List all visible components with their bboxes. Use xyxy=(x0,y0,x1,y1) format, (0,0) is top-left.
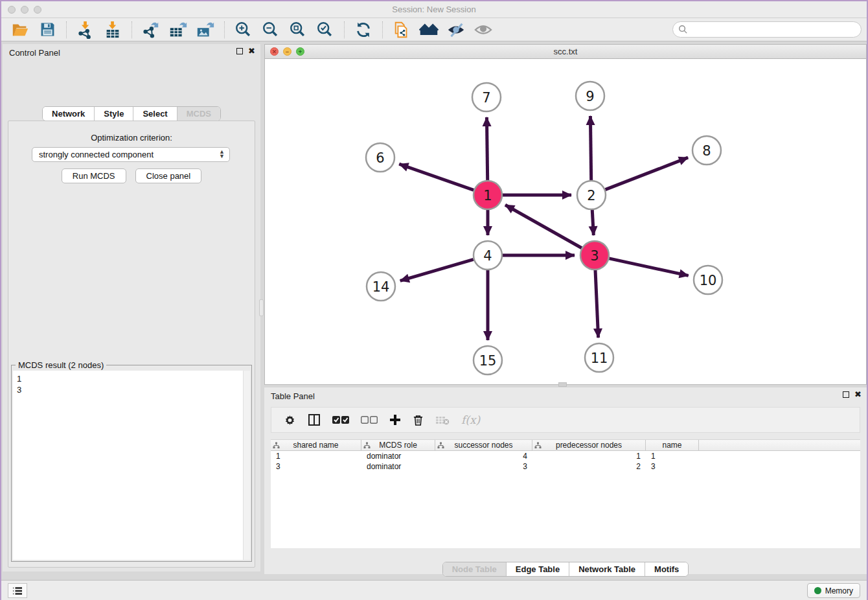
main-toolbar xyxy=(1,18,867,41)
edge-1-6[interactable] xyxy=(399,164,474,190)
export-image-icon[interactable] xyxy=(196,20,215,40)
node-table: shared nameMCDS rolesuccessor nodesprede… xyxy=(271,439,860,548)
open-session-icon[interactable] xyxy=(10,20,30,40)
close-panel-button[interactable]: Close panel xyxy=(135,168,202,183)
network-resize-handle[interactable] xyxy=(558,382,567,387)
tab-network-table[interactable]: Network Table xyxy=(569,562,645,576)
export-table-icon[interactable] xyxy=(168,20,188,40)
control-panel-header: Control Panel ✖ xyxy=(3,44,260,61)
float-panel-icon[interactable] xyxy=(236,48,243,54)
edge-3-1[interactable] xyxy=(505,205,582,248)
column-header-label: successor nodes xyxy=(454,441,512,450)
table-cell[interactable]: dominator xyxy=(361,451,435,461)
tab-style[interactable]: Style xyxy=(94,107,133,121)
column-header-label: MCDS role xyxy=(379,441,417,450)
edge-3-11[interactable] xyxy=(595,270,599,338)
search-input[interactable] xyxy=(672,21,862,38)
table-row[interactable]: 1dominator411 xyxy=(271,451,860,461)
column-header-mcds-role[interactable]: MCDS role xyxy=(361,440,435,450)
edge-2-8[interactable] xyxy=(605,157,688,189)
add-row-icon[interactable] xyxy=(389,414,401,426)
column-header-name[interactable]: name xyxy=(646,440,699,450)
hide-graphics-details-icon[interactable] xyxy=(446,20,466,40)
task-history-button[interactable] xyxy=(8,583,27,598)
table-cell[interactable]: 3 xyxy=(271,461,361,472)
save-session-icon[interactable] xyxy=(38,20,57,40)
mcds-result-title: MCDS result (2 nodes) xyxy=(16,360,106,370)
mcds-result-scrollbar[interactable] xyxy=(243,371,250,560)
table-cell[interactable]: 3 xyxy=(646,461,699,472)
table-cell[interactable]: 1 xyxy=(532,451,646,461)
close-table-panel-icon[interactable]: ✖ xyxy=(854,391,862,398)
mcds-panel: Optimization criterion: strongly connect… xyxy=(8,121,255,568)
table-settings-icon[interactable] xyxy=(284,414,296,426)
edge-1-7[interactable] xyxy=(486,117,487,180)
delete-row-icon[interactable] xyxy=(413,414,424,426)
import-network-icon[interactable] xyxy=(76,20,95,40)
memory-status-dot xyxy=(814,587,821,594)
dropdown-value: strongly connected component xyxy=(39,150,154,159)
memory-button[interactable]: Memory xyxy=(807,583,860,598)
node-label-8: 8 xyxy=(702,143,711,159)
copy-current-style-icon[interactable] xyxy=(392,20,411,40)
export-network-icon[interactable] xyxy=(141,20,161,40)
column-header-shared-name[interactable]: shared name xyxy=(271,440,361,450)
edge-2-9[interactable] xyxy=(590,116,591,180)
table-cell[interactable]: 1 xyxy=(271,451,361,461)
select-all-icon[interactable] xyxy=(332,415,349,424)
table-toolbar: f(x) xyxy=(271,407,860,433)
table-cell[interactable]: 3 xyxy=(435,461,532,472)
tab-mcds[interactable]: MCDS xyxy=(177,107,220,121)
column-header-successor-nodes[interactable]: successor nodes xyxy=(435,440,532,450)
deselect-all-icon[interactable] xyxy=(361,415,378,424)
show-graphics-details-icon[interactable] xyxy=(474,20,493,40)
run-mcds-button[interactable]: Run MCDS xyxy=(62,168,126,183)
toolbar-separator xyxy=(224,21,225,38)
tab-node-table[interactable]: Node Table xyxy=(443,562,506,576)
node-label-3: 3 xyxy=(590,248,599,264)
optimization-criterion-dropdown[interactable]: strongly connected component ▲▼ xyxy=(32,147,230,162)
panel-splitter-handle[interactable] xyxy=(259,299,264,316)
tab-network[interactable]: Network xyxy=(43,107,94,121)
mcds-result-line: 1 xyxy=(17,373,239,384)
float-table-panel-icon[interactable] xyxy=(843,391,849,398)
column-header-label: predecessor nodes xyxy=(556,441,622,450)
table-row[interactable]: 3dominator323 xyxy=(271,461,860,472)
control-tabs: NetworkStyleSelectMCDS xyxy=(42,106,221,121)
delete-table-icon xyxy=(435,415,450,425)
edge-3-10[interactable] xyxy=(609,259,688,276)
table-cell[interactable]: 1 xyxy=(646,451,699,461)
table-tabs: Node TableEdge TableNetwork TableMotifs xyxy=(442,562,689,577)
mcds-result-list[interactable]: 13 xyxy=(13,371,243,560)
close-panel-icon[interactable]: ✖ xyxy=(248,47,255,55)
network-window-titlebar[interactable]: ✕ − + scc.txt xyxy=(265,45,866,59)
table-cell[interactable]: 2 xyxy=(532,461,646,472)
zoom-fit-icon[interactable] xyxy=(288,20,308,40)
tab-motifs[interactable]: Motifs xyxy=(645,562,688,576)
application-window: Session: New Session xyxy=(0,0,868,600)
edge-4-14[interactable] xyxy=(400,259,474,281)
table-body: 1dominator4113dominator323 xyxy=(271,451,860,472)
show-columns-icon[interactable] xyxy=(308,413,321,426)
column-type-icon xyxy=(363,442,371,449)
zoom-selected-icon[interactable] xyxy=(315,20,335,40)
node-label-14: 14 xyxy=(372,279,390,295)
import-table-icon[interactable] xyxy=(103,20,122,40)
home-icon[interactable] xyxy=(419,20,439,40)
table-panel-header: Table Panel ✖ xyxy=(264,387,867,404)
zoom-in-icon[interactable] xyxy=(234,20,253,40)
dropdown-stepper-icon: ▲▼ xyxy=(219,150,225,159)
function-builder-icon: f(x) xyxy=(461,413,480,426)
table-cell[interactable]: 4 xyxy=(435,451,532,461)
table-cell[interactable]: dominator xyxy=(361,461,435,472)
zoom-out-icon[interactable] xyxy=(261,20,280,40)
network-canvas[interactable]: 7968124314101511 xyxy=(265,59,866,384)
node-label-2: 2 xyxy=(587,188,595,203)
memory-label: Memory xyxy=(825,586,853,595)
status-bar: Memory xyxy=(1,580,867,600)
tab-select[interactable]: Select xyxy=(133,107,176,121)
column-header-predecessor-nodes[interactable]: predecessor nodes xyxy=(532,440,646,450)
edge-2-3[interactable] xyxy=(592,210,593,235)
tab-edge-table[interactable]: Edge Table xyxy=(506,562,569,576)
refresh-layout-icon[interactable] xyxy=(354,20,373,40)
